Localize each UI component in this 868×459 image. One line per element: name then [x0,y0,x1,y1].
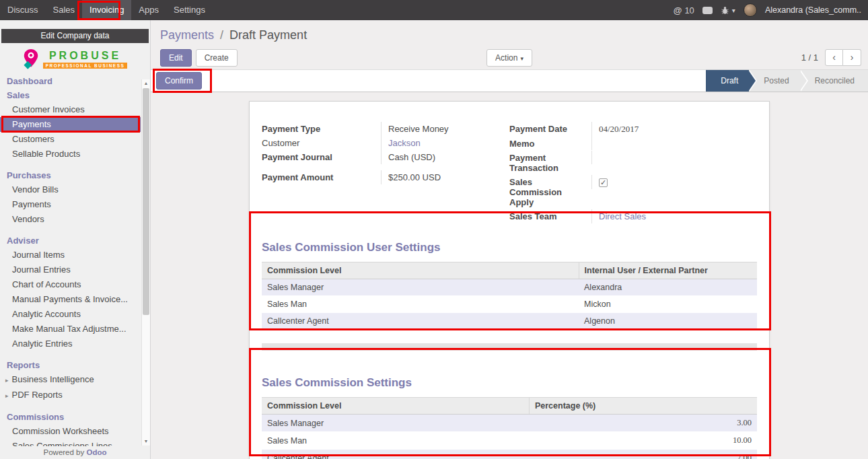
sidebar-item-vendor-bills[interactable]: Vendor Bills [0,182,141,197]
cell-commission-level: Sales Man [262,432,529,450]
menu-invoicing[interactable]: Invoicing [82,0,131,20]
sales-team-link[interactable]: Direct Sales [599,211,646,221]
cell-percentage: 10.00 [529,432,757,450]
field-label: Payment Amount [262,170,381,184]
company-logo: PROBUSE PROFESSIONAL BUSINESS [0,43,150,74]
sidebar-heading-purchases[interactable]: Purchases [0,168,141,182]
user-menu[interactable]: Alexandra (Sales_comm.. [765,5,861,15]
table-row[interactable]: Sales Man 10.00 [262,432,757,450]
edit-button[interactable]: Edit [160,49,192,67]
menu-sales[interactable]: Sales [46,0,83,20]
debug-menu[interactable]: ▾ [721,6,735,15]
field-sales-commission-apply: Sales Commission Apply ✓ [509,175,757,209]
pager: 1 / 1 ‹ › [801,49,861,66]
sidebar-item-pdf-reports[interactable]: ▸PDF Reports [0,388,141,403]
edit-company-button[interactable]: Edit Company data [1,29,149,43]
sidebar-item-manual-payments[interactable]: Manual Payments & Invoice... [0,292,141,307]
column-header-internal-user[interactable]: Internal User / External Partner [579,262,757,279]
sales-commission-apply-checkbox[interactable]: ✓ [599,178,608,187]
field-payment-journal: Payment Journal Cash (USD) [262,150,509,164]
sidebar-heading-reports[interactable]: Reports [0,358,141,372]
table-row[interactable]: Sales Man Mickon [262,296,757,313]
field-payment-date: Payment Date 04/20/2017 [509,122,757,137]
field-label: Sales Commission Apply [509,175,591,209]
activities-indicator[interactable]: @ 10 [674,5,694,15]
messages-icon[interactable] [702,7,713,14]
sidebar-item-dashboard[interactable]: Dashboard [0,74,141,88]
sidebar-item-purchase-payments[interactable]: Payments [0,197,141,212]
table-row[interactable]: Callcenter Agent Algenon [262,313,757,330]
sidebar-heading-commissions[interactable]: Commissions [0,410,141,424]
field-value: 04/20/2017 [591,122,757,137]
sidebar-item-journal-items[interactable]: Journal Items [0,248,141,262]
create-button[interactable]: Create [196,49,238,67]
breadcrumb-payments-link[interactable]: Payments [160,28,214,42]
table-row[interactable]: Callcenter Agent 7.00 [262,450,757,459]
collapse-arrow-icon: ▸ [5,377,9,384]
pager-text: 1 / 1 [801,52,818,63]
cell-percentage: 3.00 [529,415,757,432]
cell-commission-level: Sales Man [262,296,579,313]
sidebar-item-business-intelligence[interactable]: ▸Business Intelligence [0,372,141,388]
statusbar: Draft Posted Reconciled [706,70,868,92]
cell-percentage: 7.00 [529,450,757,459]
cell-user: Alexandra [579,279,757,296]
sidebar-scrollbar[interactable]: ▲ ▼ [141,79,150,446]
sidebar-heading-adviser[interactable]: Adviser [0,234,141,248]
powered-by-text: Powered by [44,448,85,456]
sidebar-item-commission-worksheets[interactable]: Commission Worksheets [0,424,141,439]
field-value: $250.00 USD [381,170,509,184]
sidebar-item-chart-of-accounts[interactable]: Chart of Accounts [0,277,141,292]
menu-discuss[interactable]: Discuss [0,0,46,20]
table-header-row: Commission Level Percentage (%) [262,398,757,415]
scroll-up-icon[interactable]: ▲ [142,79,150,87]
sidebar-item-manual-tax-adjustment[interactable]: Make Manual Tax Adjustme... [0,322,141,337]
status-step-reconciled[interactable]: Reconciled [800,70,868,92]
field-payment-transaction: Payment Transaction [509,151,757,175]
menu-apps[interactable]: Apps [131,0,166,20]
sidebar-item-vendors[interactable]: Vendors [0,212,141,227]
field-label: Sales Team [509,209,591,223]
field-value: Receive Money [381,122,509,136]
sidebar-item-analytic-accounts[interactable]: Analytic Accounts [0,307,141,322]
cell-commission-level: Callcenter Agent [262,450,529,459]
sidebar: Edit Company data PROBUSE PROFESSIONAL B… [0,20,151,459]
sidebar-item-sellable-products[interactable]: Sellable Products [0,147,141,162]
confirm-button[interactable]: Confirm [156,72,202,90]
avatar[interactable] [744,3,757,17]
menu-settings[interactable]: Settings [166,0,213,20]
scrollbar-thumb[interactable] [143,88,149,315]
sidebar-item-customers[interactable]: Customers [0,132,141,147]
scroll-down-icon[interactable]: ▼ [142,437,150,446]
field-label: Payment Date [509,122,591,136]
cell-user: Mickon [579,296,757,313]
status-step-draft[interactable]: Draft [706,70,749,92]
sidebar-item-journal-entries[interactable]: Journal Entries [0,262,141,277]
topbar: Discuss Sales Invoicing Apps Settings @ … [0,0,868,20]
customer-link[interactable]: Jackson [388,138,421,148]
logo-title: PROBUSE [49,50,121,62]
pager-previous-button[interactable]: ‹ [825,49,843,66]
field-value [591,151,757,164]
field-sales-team: Sales Team Direct Sales [509,209,757,223]
commission-settings-section-title: Sales Commission Settings [262,376,757,390]
collapse-arrow-icon: ▸ [5,392,9,399]
sidebar-heading-sales[interactable]: Sales [0,88,141,102]
sidebar-item-customer-invoices[interactable]: Customer Invoices [0,102,141,117]
pager-buttons: ‹ › [825,49,861,66]
table-row[interactable]: Sales Manager 3.00 [262,415,757,432]
odoo-link[interactable]: Odoo [86,448,106,456]
user-settings-section-title: Sales Commission User Settings [262,241,757,254]
logo-pin-icon [23,48,39,70]
form-grid: Payment Type Receive Money Customer Jack… [262,122,757,223]
field-label: Memo [509,137,591,151]
logo-text: PROBUSE PROFESSIONAL BUSINESS [43,50,128,69]
pager-next-button[interactable]: › [843,49,861,66]
sidebar-item-analytic-entries[interactable]: Analytic Entries [0,337,141,351]
column-header-commission-level[interactable]: Commission Level [262,398,529,415]
table-row[interactable]: Sales Manager Alexandra [262,279,757,296]
column-header-percentage[interactable]: Percentage (%) [529,398,757,415]
sidebar-item-payments[interactable]: Payments [0,117,141,132]
action-dropdown-button[interactable]: Action▾ [486,49,532,67]
column-header-commission-level[interactable]: Commission Level [262,262,579,279]
